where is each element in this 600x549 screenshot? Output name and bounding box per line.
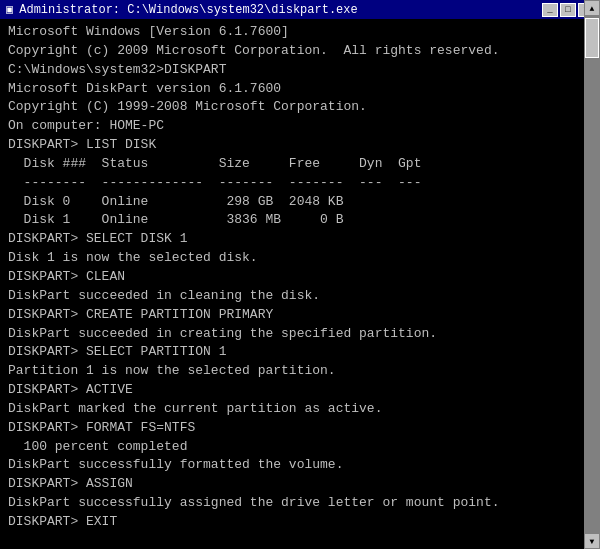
terminal-line: Disk 1 is now the selected disk. — [8, 249, 592, 268]
title-bar-icon: ▣ — [6, 2, 13, 17]
terminal-line: -------- ------------- ------- ------- -… — [8, 174, 592, 193]
terminal-line: DISKPART> CREATE PARTITION PRIMARY — [8, 306, 592, 325]
terminal-line: DISKPART> CLEAN — [8, 268, 592, 287]
title-bar-text: Administrator: C:\Windows\system32\diskp… — [19, 3, 357, 17]
terminal-line: DISKPART> SELECT PARTITION 1 — [8, 343, 592, 362]
terminal-line: Microsoft DiskPart version 6.1.7600 — [8, 80, 592, 99]
terminal-line: DiskPart successfully assigned the drive… — [8, 494, 592, 513]
terminal-line: DiskPart successfully formatted the volu… — [8, 456, 592, 475]
terminal-line: Partition 1 is now the selected partitio… — [8, 362, 592, 381]
terminal-line: Copyright (c) 2009 Microsoft Corporation… — [8, 42, 592, 61]
terminal-line: C:\Windows\system32>DISKPART — [8, 61, 592, 80]
title-bar: ▣ Administrator: C:\Windows\system32\dis… — [0, 0, 600, 19]
terminal-line: DISKPART> EXIT — [8, 513, 592, 532]
terminal-window: ▣ Administrator: C:\Windows\system32\dis… — [0, 0, 600, 549]
terminal-line: DISKPART> SELECT DISK 1 — [8, 230, 592, 249]
minimize-button[interactable]: _ — [542, 3, 558, 17]
maximize-button[interactable]: □ — [560, 3, 576, 17]
terminal-content: Microsoft Windows [Version 6.1.7600]Copy… — [0, 19, 600, 549]
terminal-line: Microsoft Windows [Version 6.1.7600] — [8, 23, 592, 42]
terminal-line: DiskPart succeeded in cleaning the disk. — [8, 287, 592, 306]
scroll-track[interactable] — [584, 19, 600, 533]
terminal-line: Disk 1 Online 3836 MB 0 B — [8, 211, 592, 230]
scrollbar[interactable]: ▲ ▼ — [584, 19, 600, 549]
terminal-line: DiskPart succeeded in creating the speci… — [8, 325, 592, 344]
terminal-line: DISKPART> ASSIGN — [8, 475, 592, 494]
terminal-line: DISKPART> LIST DISK — [8, 136, 592, 155]
terminal-line: DISKPART> ACTIVE — [8, 381, 592, 400]
title-bar-left: ▣ Administrator: C:\Windows\system32\dis… — [6, 2, 358, 17]
terminal-line: Copyright (C) 1999-2008 Microsoft Corpor… — [8, 98, 592, 117]
terminal-line: 100 percent completed — [8, 438, 592, 457]
terminal-line: Disk 0 Online 298 GB 2048 KB — [8, 193, 592, 212]
terminal-line: On computer: HOME-PC — [8, 117, 592, 136]
terminal-line: DiskPart marked the current partition as… — [8, 400, 592, 419]
terminal-line: Disk ### Status Size Free Dyn Gpt — [8, 155, 592, 174]
scroll-thumb[interactable] — [585, 19, 599, 58]
terminal-line: DISKPART> FORMAT FS=NTFS — [8, 419, 592, 438]
scroll-down-button[interactable]: ▼ — [584, 533, 600, 549]
